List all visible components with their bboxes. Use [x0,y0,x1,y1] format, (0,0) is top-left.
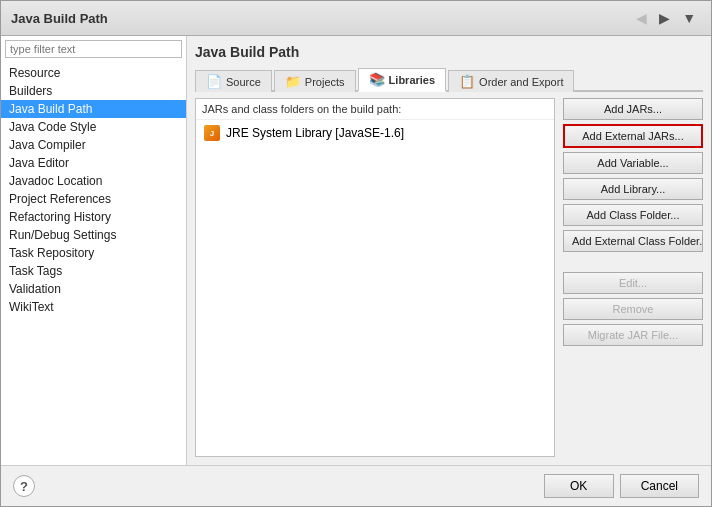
sidebar-item-validation[interactable]: Validation [1,280,186,298]
dropdown-button[interactable]: ▼ [677,7,701,29]
sidebar-item-refactoring-history[interactable]: Refactoring History [1,208,186,226]
cancel-button[interactable]: Cancel [620,474,699,498]
sidebar-item-java-code-style[interactable]: Java Code Style [1,118,186,136]
list-item-label: JRE System Library [JavaSE-1.6] [226,126,404,140]
back-button[interactable]: ◀ [631,7,652,29]
source-tab-label: Source [226,76,261,88]
buttons-panel: Add JARs...Add External JARs...Add Varia… [563,98,703,457]
sidebar-list: ResourceBuildersJava Build PathJava Code… [1,62,186,465]
sidebar-item-java-editor[interactable]: Java Editor [1,154,186,172]
order and export-tab-icon: 📋 [459,74,475,89]
dialog: Java Build Path ◀ ▶ ▼ ResourceBuildersJa… [0,0,712,507]
footer-left: ? [13,475,35,497]
libraries-tab-icon: 📚 [369,72,385,87]
dialog-title: Java Build Path [11,11,108,26]
order and export-tab-label: Order and Export [479,76,563,88]
action-btn-add-external-class-folder-[interactable]: Add External Class Folder... [563,230,703,252]
action-btn-add-library-[interactable]: Add Library... [563,178,703,200]
source-tab-icon: 📄 [206,74,222,89]
content-area: JARs and class folders on the build path… [195,98,703,457]
action-btn-add-class-folder-[interactable]: Add Class Folder... [563,204,703,226]
list-label: JARs and class folders on the build path… [196,99,554,120]
dialog-footer: ? OK Cancel [1,465,711,506]
sidebar-item-java-compiler[interactable]: Java Compiler [1,136,186,154]
action-btn-add-variable-[interactable]: Add Variable... [563,152,703,174]
tab-projects[interactable]: 📁Projects [274,70,356,92]
help-button[interactable]: ? [13,475,35,497]
sidebar-item-java-build-path[interactable]: Java Build Path [1,100,186,118]
footer-right: OK Cancel [544,474,699,498]
sidebar-item-resource[interactable]: Resource [1,64,186,82]
libraries-tab-label: Libraries [389,74,435,86]
list-panel: JARs and class folders on the build path… [195,98,555,457]
sidebar-item-project-references[interactable]: Project References [1,190,186,208]
sidebar-item-task-tags[interactable]: Task Tags [1,262,186,280]
list-item: JJRE System Library [JavaSE-1.6] [196,122,554,144]
sidebar-item-javadoc-location[interactable]: Javadoc Location [1,172,186,190]
nav-controls: ◀ ▶ ▼ [631,7,701,29]
main-content: Java Build Path 📄Source📁Projects📚Librari… [187,36,711,465]
action-btn-add-external-jars-[interactable]: Add External JARs... [563,124,703,148]
button-spacer [563,256,703,268]
jre-icon: J [204,125,220,141]
sidebar-item-wikitext[interactable]: WikiText [1,298,186,316]
projects-tab-icon: 📁 [285,74,301,89]
forward-button[interactable]: ▶ [654,7,675,29]
main-title: Java Build Path [195,44,703,60]
dialog-body: ResourceBuildersJava Build PathJava Code… [1,36,711,465]
title-bar: Java Build Path ◀ ▶ ▼ [1,1,711,36]
action-btn-remove: Remove [563,298,703,320]
action-btn-add-jars-[interactable]: Add JARs... [563,98,703,120]
projects-tab-label: Projects [305,76,345,88]
sidebar-item-run/debug-settings[interactable]: Run/Debug Settings [1,226,186,244]
tab-source[interactable]: 📄Source [195,70,272,92]
ok-button[interactable]: OK [544,474,614,498]
tab-libraries[interactable]: 📚Libraries [358,68,446,92]
action-btn-migrate-jar-file-: Migrate JAR File... [563,324,703,346]
action-btn-edit-: Edit... [563,272,703,294]
filter-input[interactable] [5,40,182,58]
list-content: JJRE System Library [JavaSE-1.6] [196,120,554,456]
sidebar-item-task-repository[interactable]: Task Repository [1,244,186,262]
tab-order-and-export[interactable]: 📋Order and Export [448,70,574,92]
sidebar-item-builders[interactable]: Builders [1,82,186,100]
sidebar: ResourceBuildersJava Build PathJava Code… [1,36,187,465]
tabs-bar: 📄Source📁Projects📚Libraries📋Order and Exp… [195,68,703,92]
